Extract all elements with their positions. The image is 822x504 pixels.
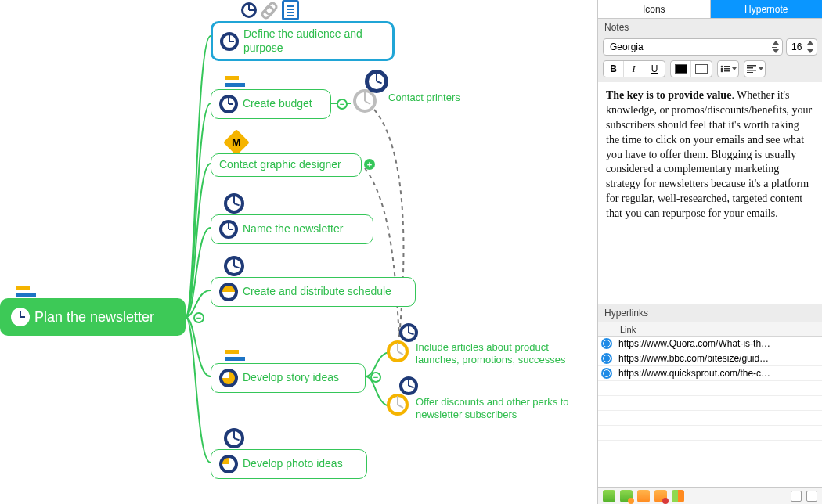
node-name-newsletter[interactable]: Name the newsletter [211, 214, 373, 244]
svg-rect-1 [724, 66, 730, 67]
svg-rect-5 [724, 70, 730, 72]
node-define-audience[interactable]: Define the audience and purpose [211, 21, 395, 61]
svg-rect-8 [747, 70, 756, 71]
link-row-empty[interactable] [598, 411, 822, 426]
root-decor-stack-icon [16, 286, 36, 297]
inspector-sidebar: Icons Hypernote Notes Georgia 16 B I U [597, 0, 822, 504]
node-create-schedule[interactable]: Create and distribute schedule [211, 277, 416, 307]
mindmap-canvas[interactable]: Plan the newsletter − Define the audienc… [0, 0, 597, 504]
italic-button[interactable]: I [624, 61, 644, 77]
status-icon[interactable] [603, 490, 615, 502]
svg-point-2 [720, 68, 723, 70]
tab-hypernote[interactable]: Hypernote [711, 0, 823, 18]
collapse-toggle[interactable]: − [370, 372, 381, 383]
tab-icons[interactable]: Icons [598, 0, 711, 18]
connection-lines [0, 0, 597, 504]
progress-clock-icon[interactable] [387, 340, 409, 362]
globe-icon [598, 353, 615, 364]
svg-rect-7 [747, 67, 753, 69]
link-row[interactable]: https://www.quicksprout.com/the-c… [598, 366, 822, 381]
list-style-dropdown[interactable] [718, 61, 738, 77]
budget-decor-stack-icon [225, 76, 245, 87]
background-color-button[interactable] [691, 61, 712, 77]
bold-button[interactable]: B [604, 61, 624, 77]
subnote-contact-printers[interactable]: Contact printers [388, 92, 460, 104]
stepper-arrows-icon [807, 41, 813, 53]
notes-section-header: Notes [598, 19, 822, 36]
node-create-budget[interactable]: Create budget [211, 89, 331, 119]
status-icon[interactable] [806, 491, 817, 502]
svg-rect-6 [747, 65, 756, 67]
clock-icon [11, 308, 30, 326]
stepper-arrows-icon [773, 41, 779, 53]
clock-icon [399, 376, 418, 395]
clock-icon [365, 70, 388, 93]
subnote-launches[interactable]: Include articles about product launches,… [416, 341, 588, 367]
hyperlinks-section-header: Hyperlinks [598, 304, 822, 322]
status-icon[interactable] [791, 491, 802, 502]
link-row[interactable]: https://www.bbc.com/bitesize/guid… [598, 351, 822, 366]
node-label: Contact graphic designer [219, 158, 341, 172]
link-url: https://www.bbc.com/bitesize/guid… [615, 353, 822, 364]
collapse-toggle[interactable]: − [337, 99, 348, 110]
root-label: Plan the newsletter [34, 308, 154, 326]
link-row-empty[interactable] [598, 396, 822, 411]
link-row-empty[interactable] [598, 426, 822, 441]
link-url: https://www.quicksprout.com/the-c… [615, 368, 822, 379]
globe-icon [598, 368, 615, 379]
clock-icon [219, 220, 238, 239]
clock-icon [224, 193, 244, 214]
note-editor[interactable]: The key is to provide value. Whether it'… [598, 82, 822, 304]
align-segment [744, 60, 766, 77]
svg-rect-3 [724, 68, 730, 70]
font-family-select[interactable]: Georgia [603, 38, 783, 56]
font-size-stepper[interactable]: 16 [786, 38, 817, 56]
subnote-discounts[interactable]: Offer discounts and other perks to newsl… [416, 396, 572, 422]
align-icon [747, 65, 756, 73]
link-icon [260, 1, 279, 20]
hyperlinks-status-bar [598, 487, 822, 504]
note-body-text: . Whether it's knowledge, or promos/disc… [606, 89, 812, 219]
node-contact-graphic-designer[interactable]: Contact graphic designer [211, 153, 362, 177]
status-icon[interactable] [672, 490, 684, 502]
status-icon[interactable] [620, 490, 633, 502]
link-row-empty[interactable] [598, 381, 822, 396]
status-icon[interactable] [654, 490, 667, 502]
note-bold-text: The key is to provide value [606, 89, 731, 101]
root-node[interactable]: Plan the newsletter [0, 298, 186, 336]
link-column-header[interactable]: Link [615, 322, 822, 336]
font-size-value: 16 [791, 41, 802, 52]
alignment-dropdown[interactable] [744, 61, 765, 77]
svg-rect-9 [747, 72, 753, 73]
progress-pie-icon [219, 369, 238, 387]
text-color-button[interactable] [671, 61, 691, 77]
clock-icon [399, 323, 418, 342]
color-swatch-icon [695, 64, 708, 74]
node-develop-story-ideas[interactable]: Develop story ideas [211, 363, 366, 393]
clock-icon [220, 32, 239, 51]
globe-icon [598, 338, 615, 349]
svg-point-0 [720, 66, 723, 68]
list-icon [720, 65, 730, 73]
underline-button[interactable]: U [644, 61, 665, 77]
progress-clock-icon[interactable] [387, 394, 409, 416]
link-row[interactable]: https://www.Quora.com/What-is-th… [598, 337, 822, 351]
node-develop-photo-ideas[interactable]: Develop photo ideas [211, 449, 367, 479]
node-label: Create and distribute schedule [243, 285, 391, 299]
link-row-empty[interactable] [598, 455, 822, 470]
link-row-empty[interactable] [598, 441, 822, 455]
node-label: Define the audience and purpose [243, 27, 385, 55]
progress-pie-icon [219, 455, 238, 473]
collapse-toggle[interactable]: − [193, 312, 204, 323]
status-icon[interactable] [637, 490, 650, 502]
clock-icon [224, 256, 244, 276]
link-icon-column[interactable] [598, 322, 615, 336]
define-decor [241, 0, 299, 20]
clock-icon [219, 95, 238, 113]
hyperlinks-table: Link https://www.Quora.com/What-is-th… h… [598, 322, 822, 504]
note-icon [282, 0, 299, 20]
color-segment [670, 60, 712, 77]
graphic-decor: M [227, 133, 246, 152]
color-swatch-icon [675, 64, 687, 74]
expand-toggle[interactable]: + [364, 159, 375, 170]
